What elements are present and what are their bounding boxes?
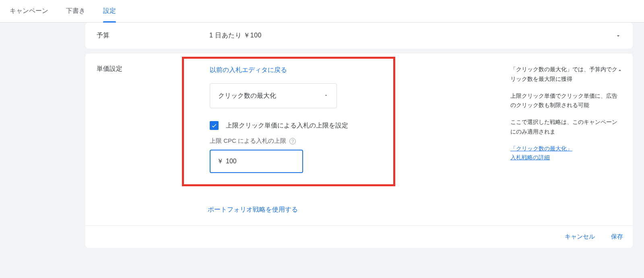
info-paragraph-2: 上限クリック単価でクリック単価に、広告のクリック数も制限される可能 (510, 91, 621, 111)
currency-symbol: ￥ (217, 157, 223, 166)
chevron-up-icon[interactable] (617, 67, 623, 75)
info-paragraph-1: 「クリック数の最大化」では、予算内でクリック数を最大限に獲得 (510, 65, 621, 84)
cpc-field-label: 上限 CPC による入札の上限 (210, 137, 286, 145)
top-tabs: キャンペーン 下書き 設定 (0, 0, 644, 23)
tab-draft[interactable]: 下書き (66, 0, 85, 23)
highlight-box: 以前の入札エディタに戻る クリック数の最大化 上限クリック単価による入札の上限を… (182, 57, 395, 186)
max-cpc-checkbox[interactable] (210, 121, 219, 130)
use-portfolio-strategy-link[interactable]: ポートフォリオ戦略を使用する (208, 206, 298, 214)
dropdown-selected-text: クリック数の最大化 (218, 92, 276, 100)
info-link-maximize-clicks[interactable]: 「クリック数の最大化」 (510, 144, 621, 153)
back-to-editor-link[interactable]: 以前の入札エディタに戻る (210, 66, 287, 74)
dropdown-arrow-icon (324, 93, 328, 99)
bidding-card: 単価設定 以前の入札エディタに戻る クリック数の最大化 (85, 54, 633, 248)
info-paragraph-3: ここで選択した戦略は、このキャンペーンにのみ適用されま (510, 117, 621, 137)
chevron-down-icon[interactable] (613, 31, 623, 41)
tab-campaign[interactable]: キャンペーン (10, 0, 48, 23)
max-cpc-input-wrapper[interactable]: ￥ (210, 150, 303, 173)
budget-card[interactable]: 予算 1 日あたり ￥100 (85, 23, 633, 49)
info-link-bid-strategy-details[interactable]: 入札戦略の詳細 (510, 153, 621, 162)
budget-label: 予算 (97, 31, 209, 40)
max-cpc-checkbox-label: 上限クリック単価による入札の上限を設定 (226, 121, 348, 130)
save-button[interactable]: 保存 (611, 233, 623, 241)
cancel-button[interactable]: キャンセル (565, 233, 595, 241)
tab-settings[interactable]: 設定 (103, 0, 116, 23)
bid-strategy-dropdown[interactable]: クリック数の最大化 (210, 83, 337, 108)
card-footer: キャンセル 保存 (85, 225, 633, 248)
help-icon[interactable]: ? (289, 138, 296, 144)
budget-value: 1 日あたり ￥100 (209, 31, 262, 40)
max-cpc-input[interactable] (226, 158, 296, 165)
